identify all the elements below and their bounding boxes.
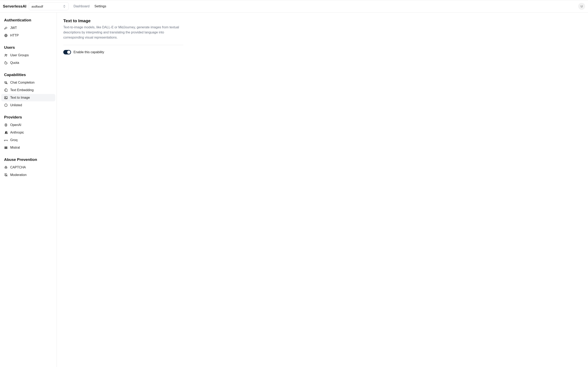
svg-point-11 bbox=[6, 167, 7, 168]
section-title: Providers bbox=[1, 114, 55, 121]
sidebar-item-groq[interactable]: groq Groq bbox=[1, 136, 55, 144]
toggle-row: Enable this capability bbox=[63, 50, 183, 54]
sidebar-item-label: HTTP bbox=[10, 34, 19, 37]
divider bbox=[63, 45, 183, 45]
sidebar-item-label: Mistral bbox=[10, 146, 20, 150]
nav-dashboard[interactable]: Dashboard bbox=[73, 4, 89, 8]
image-icon bbox=[4, 96, 8, 100]
file-arrow-icon bbox=[4, 88, 8, 92]
toggle-knob bbox=[67, 50, 70, 54]
sidebar-item-http[interactable]: HTTP bbox=[1, 32, 55, 39]
sidebar-item-label: Quota bbox=[10, 61, 19, 65]
svg-point-2 bbox=[6, 54, 7, 55]
sidebar-item-anthropic[interactable]: Anthropic bbox=[1, 129, 55, 136]
sidebar-item-mistral[interactable]: Mistral bbox=[1, 144, 55, 151]
avatar[interactable]: U bbox=[578, 3, 585, 10]
sidebar-item-moderation[interactable]: Moderation bbox=[1, 171, 55, 179]
sidebar-item-quota[interactable]: Quota bbox=[1, 59, 55, 67]
pie-chart-icon bbox=[4, 61, 8, 65]
project-name: asdfasdf bbox=[31, 5, 43, 8]
sidebar-item-label: Text to Image bbox=[10, 96, 30, 100]
main: Text to Image Text-to-image models, like… bbox=[57, 13, 588, 367]
dots-circle-icon bbox=[4, 103, 8, 107]
section-title: Abuse Prevention bbox=[1, 156, 55, 164]
sidebar-item-label: Moderation bbox=[10, 173, 26, 177]
bot-icon bbox=[4, 166, 8, 169]
mistral-icon bbox=[4, 146, 8, 150]
bell-off-icon bbox=[4, 173, 8, 177]
nav-settings[interactable]: Settings bbox=[94, 4, 106, 8]
openai-icon bbox=[4, 123, 8, 127]
topbar: ServerlessAI asdfasdf Dashboard Settings… bbox=[0, 0, 588, 13]
sidebar-item-chat-completion[interactable]: Chat Completion bbox=[1, 79, 55, 86]
section-title: Capabilities bbox=[1, 71, 55, 79]
chevrons-up-down-icon bbox=[63, 5, 66, 8]
sidebar-item-text-embedding[interactable]: Text Embedding bbox=[1, 86, 55, 94]
sidebar-item-label: User Groups bbox=[10, 53, 29, 57]
sidebar-item-text-to-image[interactable]: Text to Image bbox=[1, 94, 55, 101]
section-abuse-prevention: Abuse Prevention CAPTCHA Moderation bbox=[1, 156, 55, 179]
sidebar: Authentication JWT HTTP Users User Gr bbox=[0, 13, 57, 367]
section-users: Users User Groups Quota bbox=[1, 44, 55, 67]
sidebar-item-label: Text Embedding bbox=[10, 88, 34, 92]
svg-rect-3 bbox=[4, 96, 7, 99]
toggle-label: Enable this capability bbox=[73, 50, 104, 54]
sidebar-item-openai[interactable]: OpenAI bbox=[1, 121, 55, 129]
anthropic-icon bbox=[4, 131, 8, 134]
sidebar-item-user-groups[interactable]: User Groups bbox=[1, 52, 55, 59]
sidebar-item-label: Anthropic bbox=[10, 131, 24, 134]
section-capabilities: Capabilities Chat Completion Text Embedd… bbox=[1, 71, 55, 109]
enable-capability-toggle[interactable] bbox=[63, 50, 71, 54]
key-icon bbox=[4, 26, 8, 30]
globe-icon bbox=[4, 34, 8, 37]
page-title: Text to Image bbox=[63, 18, 183, 23]
nav-links: Dashboard Settings bbox=[73, 4, 106, 8]
groq-icon: groq bbox=[4, 138, 8, 142]
section-title: Users bbox=[1, 44, 55, 51]
avatar-letter: U bbox=[581, 5, 583, 8]
svg-point-10 bbox=[5, 167, 6, 168]
project-selector[interactable]: asdfasdf bbox=[29, 2, 69, 10]
section-title: Authentication bbox=[1, 17, 55, 24]
page-description: Text-to-image models, like DALL-E or Mid… bbox=[63, 25, 183, 40]
svg-point-1 bbox=[5, 54, 6, 55]
sidebar-item-label: Unlisted bbox=[10, 103, 22, 107]
sidebar-item-captcha[interactable]: CAPTCHA bbox=[1, 164, 55, 171]
sidebar-item-label: CAPTCHA bbox=[10, 166, 26, 169]
sidebar-item-jwt[interactable]: JWT bbox=[1, 24, 55, 32]
svg-point-12 bbox=[6, 166, 6, 166]
brand[interactable]: ServerlessAI bbox=[3, 4, 26, 8]
sidebar-item-label: Chat Completion bbox=[10, 81, 35, 84]
chat-icon bbox=[4, 81, 8, 84]
sidebar-item-unlisted[interactable]: Unlisted bbox=[1, 101, 55, 109]
section-authentication: Authentication JWT HTTP bbox=[1, 17, 55, 39]
svg-point-4 bbox=[5, 97, 6, 98]
section-providers: Providers OpenAI Anthropic groq Groq bbox=[1, 114, 55, 151]
users-icon bbox=[4, 53, 8, 57]
sidebar-item-label: Groq bbox=[10, 138, 17, 142]
sidebar-item-label: OpenAI bbox=[10, 123, 21, 127]
sidebar-item-label: JWT bbox=[10, 26, 17, 30]
